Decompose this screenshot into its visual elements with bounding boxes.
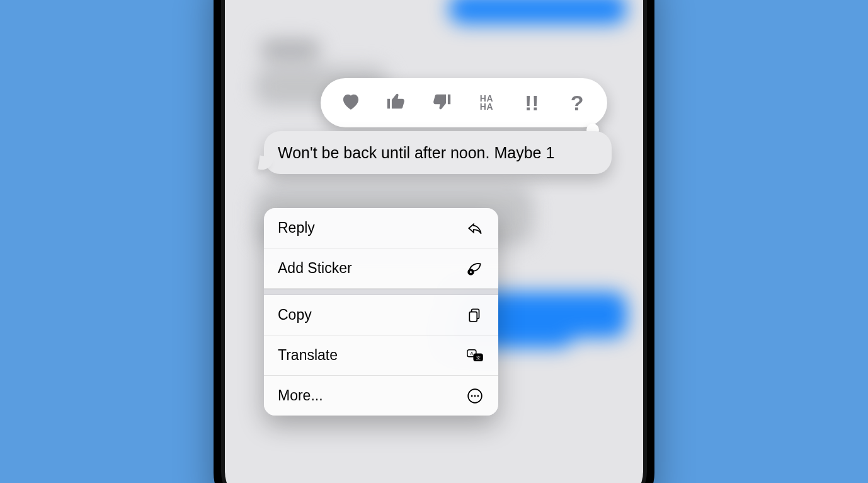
menu-item-label: Reply [278, 219, 315, 236]
menu-item-copy[interactable]: Copy [264, 295, 498, 335]
menu-item-more[interactable]: More... [264, 376, 498, 416]
message-text: Won't be back until after noon. Maybe 1 [278, 144, 554, 161]
screen: HAHA !! ? Won't be back until after noon… [225, 0, 643, 483]
tapback-question[interactable]: ? [562, 88, 592, 118]
ellipsis-icon [465, 388, 484, 404]
svg-point-10 [477, 395, 479, 397]
tapback-bar: HAHA !! ? [321, 78, 607, 127]
menu-item-translate[interactable]: Translate A 文 [264, 335, 498, 376]
svg-text:A: A [470, 351, 473, 356]
svg-point-8 [471, 395, 473, 397]
tapback-haha[interactable]: HAHA [471, 88, 501, 118]
menu-item-label: More... [278, 387, 323, 404]
svg-point-9 [474, 395, 476, 397]
reply-icon [465, 220, 484, 236]
menu-separator [264, 289, 498, 295]
tapback-exclaim[interactable]: !! [517, 88, 547, 118]
menu-item-label: Copy [278, 306, 312, 323]
copy-icon [465, 307, 484, 323]
sticker-icon [465, 260, 484, 277]
context-menu: Reply Add Sticker [264, 208, 498, 416]
exclaim-icon: !! [525, 91, 539, 115]
menu-item-add-sticker[interactable]: Add Sticker [264, 248, 498, 289]
phone-inner-frame: HAHA !! ? Won't be back until after noon… [221, 0, 647, 483]
menu-item-reply[interactable]: Reply [264, 208, 498, 248]
thumbs-up-icon [385, 91, 407, 115]
heart-icon [340, 91, 362, 115]
menu-item-label: Translate [278, 347, 338, 364]
menu-item-label: Add Sticker [278, 260, 352, 277]
thumbs-down-icon [431, 91, 452, 115]
tapback-thumbs-up[interactable] [381, 88, 411, 118]
question-icon: ? [571, 91, 584, 115]
tapback-thumbs-down[interactable] [426, 88, 457, 118]
selected-message-bubble[interactable]: Won't be back until after noon. Maybe 1 [264, 131, 612, 174]
svg-text:文: 文 [476, 354, 481, 360]
phone-frame: HAHA !! ? Won't be back until after noon… [214, 0, 654, 483]
svg-rect-2 [469, 311, 477, 321]
translate-icon: A 文 [465, 347, 484, 364]
tapback-heart[interactable] [336, 88, 366, 118]
haha-icon: HAHA [480, 95, 493, 111]
